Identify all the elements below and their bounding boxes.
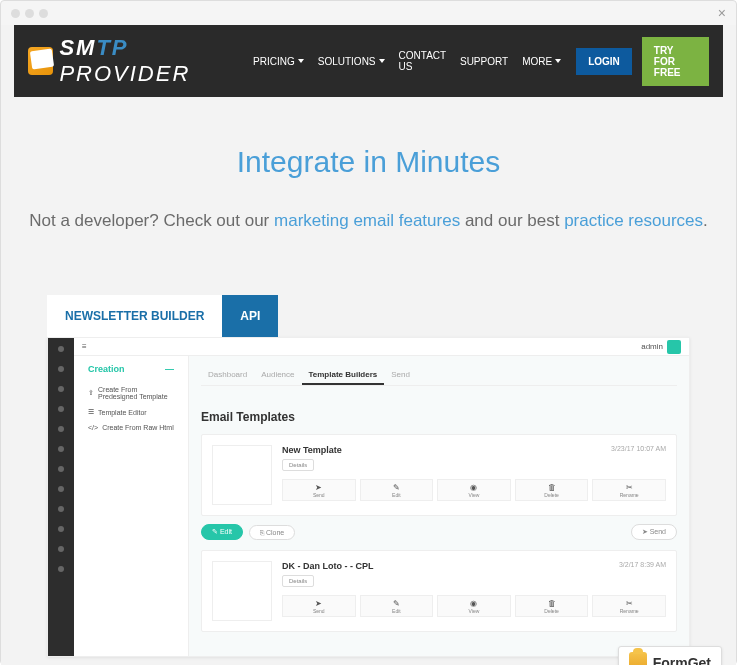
action-view[interactable]: ◉View — [437, 595, 511, 617]
template-thumbnail — [212, 561, 272, 621]
main-navbar: SMTP PROVIDER PRICING SOLUTIONS CONTACT … — [14, 25, 723, 97]
send-icon: ➤ — [315, 483, 322, 492]
rail-icon[interactable] — [58, 466, 64, 472]
login-button[interactable]: LOGIN — [576, 48, 632, 75]
view-icon: ◉ — [470, 599, 477, 608]
sidebar-item-predesigned[interactable]: ⇪Create From Predesigned Template — [82, 382, 180, 404]
tab-api[interactable]: API — [222, 295, 278, 337]
action-delete[interactable]: 🗑Delete — [515, 479, 589, 501]
hamburger-icon[interactable]: ≡ — [82, 342, 87, 351]
template-title: New Template — [282, 445, 342, 455]
nav-more[interactable]: MORE — [517, 50, 566, 73]
action-edit[interactable]: ✎Edit — [360, 479, 434, 501]
details-tag[interactable]: Details — [282, 575, 314, 587]
edit-icon: ✎ — [393, 599, 400, 608]
action-view[interactable]: ◉View — [437, 479, 511, 501]
formget-watermark[interactable]: FormGet — [618, 646, 722, 665]
inner-tab-send[interactable]: Send — [384, 366, 417, 385]
window-dot-min[interactable] — [25, 9, 34, 18]
chevron-down-icon — [298, 59, 304, 63]
browser-titlebar: × — [1, 1, 736, 25]
list-icon: ☰ — [88, 408, 94, 416]
nav-pricing[interactable]: PRICING — [248, 50, 309, 73]
practice-resources-link[interactable]: practice resources — [564, 211, 703, 230]
rail-icon[interactable] — [58, 566, 64, 572]
sidebar-item-editor[interactable]: ☰Template Editor — [82, 404, 180, 420]
admin-avatar[interactable] — [667, 340, 681, 354]
send-icon: ➤ — [315, 599, 322, 608]
rail-icon[interactable] — [58, 486, 64, 492]
rail-icon[interactable] — [58, 366, 64, 372]
content-heading: Email Templates — [201, 410, 677, 424]
action-rename[interactable]: ✂Rename — [592, 479, 666, 501]
formget-icon — [629, 652, 647, 665]
delete-icon: 🗑 — [548, 599, 556, 608]
template-card: DK - Dan Loto - - CPL 3/2/17 8:39 AM Det… — [201, 550, 677, 632]
rail-icon[interactable] — [58, 506, 64, 512]
chevron-down-icon — [555, 59, 561, 63]
details-tag[interactable]: Details — [282, 459, 314, 471]
action-edit[interactable]: ✎Edit — [360, 595, 434, 617]
try-free-button[interactable]: TRY FOR FREE — [642, 37, 709, 86]
code-icon: </> — [88, 424, 98, 431]
hero-subtitle: Not a developer? Check out our marketing… — [21, 211, 716, 231]
sidebar-item-rawhtml[interactable]: </>Create From Raw Html — [82, 420, 180, 435]
envelope-icon — [28, 47, 53, 75]
rail-icon[interactable] — [58, 546, 64, 552]
close-icon[interactable]: × — [718, 5, 726, 21]
marketing-features-link[interactable]: marketing email features — [274, 211, 460, 230]
rename-icon: ✂ — [626, 599, 633, 608]
rail-icon[interactable] — [58, 446, 64, 452]
template-date: 3/2/17 8:39 AM — [619, 561, 666, 568]
brand-text: SMTP PROVIDER — [59, 35, 248, 87]
chevron-down-icon — [379, 59, 385, 63]
action-send[interactable]: ➤Send — [282, 595, 356, 617]
action-send[interactable]: ➤Send — [282, 479, 356, 501]
action-rename[interactable]: ✂Rename — [592, 595, 666, 617]
edit-icon: ✎ — [393, 483, 400, 492]
rail-icon[interactable] — [58, 526, 64, 532]
app-sidebar-rail — [48, 338, 74, 656]
template-date: 3/23/17 10:07 AM — [611, 445, 666, 452]
edit-pill[interactable]: ✎ Edit — [201, 524, 243, 540]
inner-tab-audience[interactable]: Audience — [254, 366, 301, 385]
nav-support[interactable]: SUPPORT — [455, 50, 513, 73]
tab-newsletter-builder[interactable]: NEWSLETTER BUILDER — [47, 295, 222, 337]
window-dot-close[interactable] — [11, 9, 20, 18]
inner-tab-template-builders[interactable]: Template Builders — [302, 366, 385, 385]
template-thumbnail — [212, 445, 272, 505]
sidebar-section-title: Creation — [88, 364, 125, 374]
clone-pill[interactable]: ⎘ Clone — [249, 525, 295, 540]
send-pill[interactable]: ➤ Send — [631, 524, 677, 540]
admin-label: admin — [641, 342, 663, 351]
rail-icon[interactable] — [58, 386, 64, 392]
brand-logo[interactable]: SMTP PROVIDER — [28, 35, 248, 87]
formget-label: FormGet — [653, 655, 711, 665]
delete-icon: 🗑 — [548, 483, 556, 492]
upload-icon: ⇪ — [88, 389, 94, 397]
nav-contact[interactable]: CONTACT US — [394, 44, 451, 78]
rail-icon[interactable] — [58, 426, 64, 432]
view-icon: ◉ — [470, 483, 477, 492]
inner-tab-dashboard[interactable]: Dashboard — [201, 366, 254, 385]
rail-icon[interactable] — [58, 406, 64, 412]
template-card: New Template 3/23/17 10:07 AM Details ➤S… — [201, 434, 677, 516]
app-preview-screenshot: ≡ admin Creation — ⇪Create From P — [47, 337, 690, 657]
collapse-icon[interactable]: — — [165, 364, 174, 374]
rail-icon[interactable] — [58, 346, 64, 352]
window-dot-max[interactable] — [39, 9, 48, 18]
nav-solutions[interactable]: SOLUTIONS — [313, 50, 390, 73]
rename-icon: ✂ — [626, 483, 633, 492]
action-delete[interactable]: 🗑Delete — [515, 595, 589, 617]
template-title: DK - Dan Loto - - CPL — [282, 561, 374, 571]
hero-title: Integrate in Minutes — [21, 145, 716, 179]
